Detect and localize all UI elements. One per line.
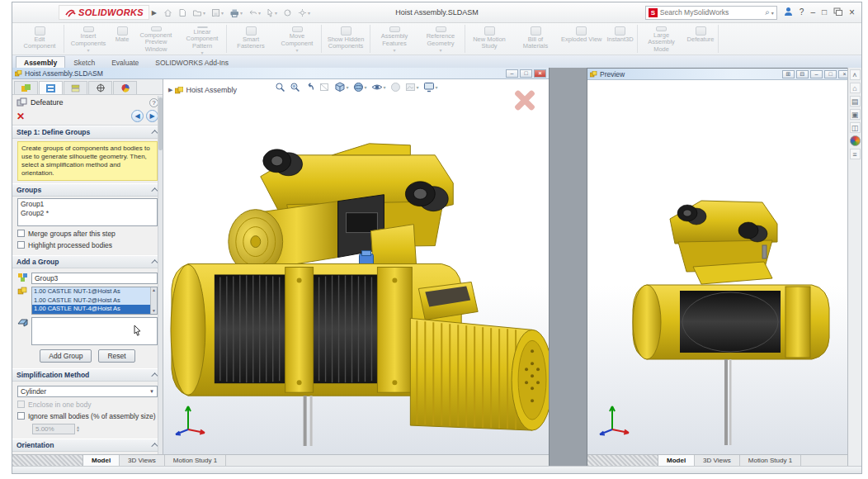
ribbon-reference-geometry[interactable]: Reference Geometry (417, 25, 464, 53)
ribbon-insert-components[interactable]: Insert Components (65, 25, 111, 53)
tab-solidworks-addins[interactable]: SOLIDWORKS Add-Ins (147, 56, 237, 68)
simplification-method-header[interactable]: Simplification Method (12, 368, 163, 382)
component-list-item[interactable]: 1.00 CASTLE NUT-1@Hoist As (32, 287, 150, 296)
login-icon[interactable] (784, 7, 793, 18)
select-icon[interactable]: ▾ (267, 8, 277, 17)
restore-button[interactable]: □ (822, 8, 827, 17)
step1-section-header[interactable]: Step 1: Define Groups (12, 126, 163, 139)
doc-close-button[interactable]: × (534, 69, 546, 78)
solidworks-logo[interactable]: SOLIDWORKS (59, 5, 149, 20)
configurationmanager-tab[interactable] (64, 81, 87, 94)
open-icon[interactable]: ▾ (192, 8, 205, 17)
tab-scroll-area[interactable] (12, 455, 83, 466)
preview-3d-views-tab[interactable]: 3D Views (695, 455, 740, 466)
hoist-assembly-model[interactable] (163, 79, 549, 446)
group-name-input[interactable]: Group3 (31, 273, 158, 284)
preview-viewport[interactable] (587, 80, 853, 454)
design-library-icon[interactable]: ▤ (850, 96, 861, 107)
3d-views-tab[interactable]: 3D Views (120, 455, 165, 466)
reset-button[interactable]: Reset (98, 349, 134, 363)
highlight-bodies-checkbox-row[interactable]: Highlight processed bodies (17, 241, 158, 249)
group-list-item[interactable]: Group2 * (18, 209, 157, 218)
undo-icon[interactable]: ▾ (248, 8, 261, 17)
print-icon[interactable]: ▾ (229, 8, 243, 17)
preview-motion-study-tab[interactable]: Motion Study 1 (740, 455, 801, 466)
component-list-item[interactable]: 1.00 CASTLE NUT-2@Hoist As (32, 296, 150, 306)
method-dropdown[interactable]: Cylinder▼ (17, 386, 158, 397)
ribbon-bill-of-materials[interactable]: Bill of Materials (512, 25, 559, 53)
ribbon-defeature[interactable]: Defeature (685, 25, 717, 53)
ribbon-exploded-view[interactable]: Exploded View (559, 25, 604, 53)
preview-minimize-button[interactable]: – (810, 70, 823, 78)
component-list-item[interactable]: 1.00 CASTLE NUT-4@Hoist As (32, 305, 150, 314)
propertymanager-tab[interactable] (39, 81, 63, 94)
add-group-button[interactable]: Add Group (40, 349, 92, 363)
search-dropdown-icon[interactable]: ▾ (771, 10, 774, 16)
resources-home-icon[interactable]: ⌂ (850, 83, 861, 93)
ribbon-edit-component[interactable]: Edit Component (17, 25, 63, 53)
ribbon-linear-component-pattern[interactable]: Linear Component Pattern (179, 25, 225, 53)
panel-scrollbar[interactable] (158, 96, 163, 454)
preview-model-tab[interactable]: Model (658, 455, 695, 466)
search-box[interactable]: S ⌕ ▾ (645, 6, 777, 20)
ribbon-show-hidden-components[interactable]: Show Hidden Components (323, 25, 369, 53)
back-step-button[interactable]: ◀ (131, 110, 144, 122)
new-document-icon[interactable] (178, 8, 186, 17)
ribbon-move-component[interactable]: Move Component (274, 25, 320, 53)
tab-assembly[interactable]: Assembly (16, 56, 65, 68)
preview-tile-button[interactable]: ⊞ (782, 70, 795, 78)
file-explorer-icon[interactable]: ▣ (850, 109, 861, 120)
preview-titlebar[interactable]: Preview ⊞ ⊟ – □ × (587, 69, 853, 80)
orientation-section-header[interactable]: Orientation (12, 439, 163, 452)
window-layout-icon[interactable] (833, 7, 842, 17)
ribbon-smart-fasteners[interactable]: Smart Fasteners (228, 25, 274, 53)
checkbox-icon[interactable] (17, 412, 25, 420)
model-tab[interactable]: Model (83, 455, 120, 466)
custom-properties-icon[interactable]: ≡ (850, 149, 861, 159)
menu-flyout-icon[interactable]: ▶ (152, 9, 157, 17)
rebuild-icon[interactable] (283, 8, 292, 17)
group-list-item[interactable]: Group1 (18, 200, 157, 209)
appearances-icon[interactable] (850, 135, 861, 146)
preview-restore-button[interactable]: □ (824, 70, 837, 78)
ribbon-mate[interactable]: Mate (111, 25, 133, 53)
ribbon-new-motion-study[interactable]: New Motion Study (466, 25, 512, 53)
merge-groups-checkbox-row[interactable]: Merge groups after this step (17, 230, 158, 238)
view-palette-icon[interactable]: ◫ (850, 122, 861, 133)
displaymanager-tab[interactable] (113, 81, 137, 94)
scrollbar-thumb[interactable] (158, 97, 163, 150)
save-icon[interactable]: ▾ (211, 8, 224, 17)
next-step-button[interactable]: ▶ (146, 110, 158, 122)
groups-section-header[interactable]: Groups (12, 183, 163, 197)
search-input[interactable] (660, 8, 765, 17)
doc-restore-button[interactable]: □ (520, 69, 532, 78)
ignore-small-bodies-checkbox-row[interactable]: Ignore small bodies (% of assembly size) (17, 412, 158, 420)
tab-sketch[interactable]: Sketch (65, 56, 103, 68)
tab-evaluate[interactable]: Evaluate (103, 56, 147, 68)
list-scrollbar[interactable]: ▲▼ (150, 287, 157, 314)
tab-scroll-area[interactable] (587, 455, 658, 466)
faces-selection-box[interactable] (31, 317, 158, 345)
options-icon[interactable]: ▾ (298, 8, 310, 17)
home-icon[interactable] (163, 8, 172, 17)
ribbon-large-assembly-mode[interactable]: Large Assembly Mode (639, 25, 685, 53)
doc-minimize-button[interactable]: – (506, 69, 518, 78)
featuremanager-tab[interactable] (14, 81, 38, 94)
ribbon-instant3d[interactable]: Instant3D (604, 25, 635, 53)
dimxpert-tab[interactable] (88, 81, 112, 94)
motion-study-tab[interactable]: Motion Study 1 (165, 455, 226, 466)
checkbox-icon[interactable] (17, 230, 25, 237)
cancel-icon[interactable]: ✕ (17, 111, 25, 122)
search-icon[interactable]: ⌕ (765, 7, 770, 17)
checkbox-icon[interactable] (17, 241, 25, 249)
add-group-section-header[interactable]: Add a Group (12, 255, 163, 268)
ribbon-assembly-features[interactable]: Assembly Features (371, 25, 417, 53)
minimize-button[interactable]: – (810, 8, 815, 17)
help-button[interactable]: ? (800, 8, 804, 17)
groups-listbox[interactable]: Group1 Group2 * (17, 198, 158, 226)
ribbon-component-preview-window[interactable]: Component Preview Window (133, 25, 179, 53)
document-titlebar[interactable]: Hoist Assembly.SLDASM – □ × (12, 68, 549, 79)
graphics-viewport[interactable]: ▶ Hoist Assembly ▾ ▾ ▾ ▾ ▾ (163, 79, 549, 454)
close-button[interactable]: × (849, 8, 855, 17)
preview-split-button[interactable]: ⊟ (796, 70, 809, 78)
